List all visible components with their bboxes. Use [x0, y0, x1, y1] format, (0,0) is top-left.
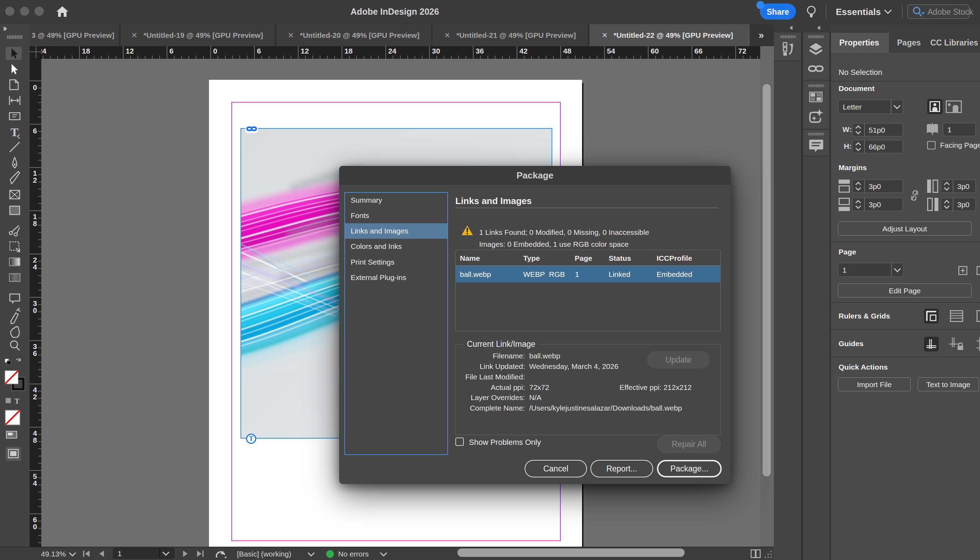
svg-text:0: 0 — [33, 83, 37, 92]
svg-text:4: 4 — [33, 479, 37, 487]
svg-text:36: 36 — [476, 47, 484, 55]
svg-text:12: 12 — [126, 47, 134, 55]
svg-text:12: 12 — [301, 47, 309, 55]
svg-text:0: 0 — [33, 523, 37, 531]
svg-text:24: 24 — [388, 47, 397, 55]
svg-text:60: 60 — [651, 47, 659, 55]
svg-text:66: 66 — [694, 47, 702, 55]
svg-text:72: 72 — [738, 47, 746, 55]
svg-text:4: 4 — [33, 263, 37, 271]
svg-text:54: 54 — [607, 47, 615, 55]
svg-text:24: 24 — [41, 47, 47, 55]
svg-text:2: 2 — [33, 393, 37, 401]
svg-text:6: 6 — [169, 47, 173, 55]
svg-text:6: 6 — [33, 127, 37, 135]
svg-text:18: 18 — [82, 47, 90, 55]
svg-text:30: 30 — [432, 47, 440, 55]
svg-text:0: 0 — [213, 47, 217, 55]
svg-text:6: 6 — [257, 47, 261, 55]
svg-text:8: 8 — [33, 220, 37, 228]
svg-text:48: 48 — [563, 47, 572, 55]
svg-text:18: 18 — [344, 47, 353, 55]
svg-text:8: 8 — [33, 436, 37, 444]
svg-text:2: 2 — [33, 176, 37, 184]
svg-text:6: 6 — [33, 349, 37, 357]
svg-text:42: 42 — [519, 47, 527, 55]
svg-text:0: 0 — [33, 306, 37, 314]
svg-text:T: T — [15, 397, 20, 405]
